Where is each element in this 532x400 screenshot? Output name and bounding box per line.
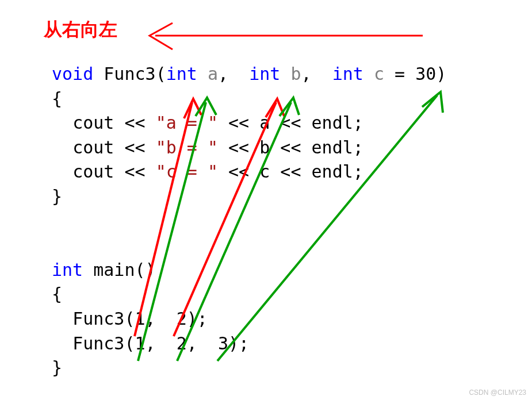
horizontal-arrow [150, 23, 423, 49]
str-b: "b = " [156, 137, 218, 157]
annotation-title: 从右向左 [44, 17, 117, 43]
kw-void: void [52, 64, 93, 84]
param-b: b [290, 64, 301, 84]
str-c: "c = " [156, 161, 218, 182]
fn-main: main [93, 260, 135, 280]
code-line-3: cout << "a = " << a << endl; [52, 113, 363, 133]
code-line-10: Func3(1, 2); [52, 309, 208, 329]
fn-name: Func3 [104, 64, 155, 84]
open-brace-1: { [52, 89, 62, 109]
code-line-8: int main() [52, 260, 156, 280]
close-brace-1: } [52, 186, 62, 206]
kw-int-a: int [166, 64, 197, 84]
kw-int-b: int [249, 64, 280, 84]
close-brace-2: } [52, 357, 62, 378]
open-brace-2: { [52, 284, 62, 304]
str-a: "a = " [156, 113, 218, 133]
kw-int-main: int [52, 260, 83, 280]
code-block: void Func3(int a, int b, int c = 30) { c… [52, 62, 446, 380]
param-c: c [374, 64, 384, 84]
default-val: 30 [415, 64, 436, 84]
kw-int-c: int [332, 64, 363, 84]
code-line-1: void Func3(int a, int b, int c = 30) [52, 64, 446, 84]
call-2: Func3(1, 2, 3); [72, 333, 249, 353]
call-1: Func3(1, 2); [72, 309, 208, 329]
watermark: CSDN @CILMY23 [469, 389, 526, 397]
code-line-5: cout << "c = " << c << endl; [52, 161, 363, 182]
param-a: a [208, 64, 218, 84]
page-container: 从右向左 void Func3(int a, int b, int c = 30… [0, 0, 532, 400]
code-line-4: cout << "b = " << b << endl; [52, 137, 363, 157]
code-line-11: Func3(1, 2, 3); [52, 333, 249, 353]
